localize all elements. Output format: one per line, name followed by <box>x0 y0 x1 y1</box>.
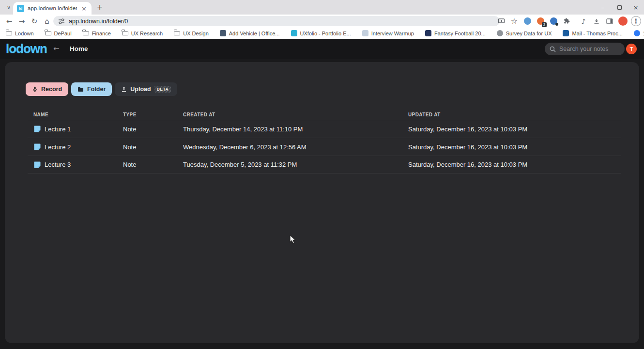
side-panel-icon[interactable] <box>605 16 614 26</box>
bookmark-item[interactable]: Finance <box>83 31 111 36</box>
beta-badge: BETA <box>154 86 171 93</box>
tab-close-icon[interactable]: × <box>80 5 88 12</box>
install-app-icon[interactable] <box>496 16 506 26</box>
bookmark-item[interactable]: DePaul <box>45 31 72 36</box>
action-button-row: Record Folder Upload BETA <box>26 82 177 96</box>
toolbar-right-cluster: ☆ 2 ♪ ⋮ <box>496 15 641 28</box>
bookmark-item[interactable]: Survey Data for UX <box>497 30 552 36</box>
bookmark-item[interactable]: 1Password for ChuJ... <box>634 30 644 36</box>
search-input[interactable]: Search your notes <box>545 43 625 55</box>
folder-icon <box>77 87 84 92</box>
page-title: Home <box>70 45 88 52</box>
office-icon <box>220 30 226 36</box>
window-controls: – × <box>595 0 644 15</box>
bookmark-label: UXfolio - Portfolio E... <box>300 31 351 36</box>
profile-avatar-icon[interactable] <box>618 16 628 26</box>
note-row[interactable]: Lecture 2 Note Wednesday, December 6, 20… <box>28 138 621 156</box>
extension-globe-icon[interactable] <box>522 16 532 26</box>
restore-icon <box>617 5 622 10</box>
profile-dot <box>618 16 628 26</box>
main-panel: Record Folder Upload BETA NAME TYPE <box>5 62 639 343</box>
app-header: lodown ← Home Search your notes T <box>0 39 644 59</box>
user-avatar[interactable]: T <box>626 44 637 54</box>
lodown-app: lodown ← Home Search your notes T Record <box>0 39 644 349</box>
folder-icon <box>83 31 89 35</box>
bookmark-item[interactable]: UX Research <box>122 31 163 36</box>
note-name: Lecture 3 <box>45 161 71 168</box>
column-header-type: TYPE <box>123 112 183 117</box>
outlook-mail-icon <box>563 30 569 36</box>
upload-button[interactable]: Upload BETA <box>115 82 177 96</box>
site-favicon: ld <box>17 5 24 12</box>
note-type: Note <box>123 143 183 151</box>
tune-icon <box>58 18 65 25</box>
bookmark-item[interactable]: Fantasy Football 20... <box>425 30 486 36</box>
column-header-name: NAME <box>33 112 123 117</box>
home-icon[interactable]: ⌂ <box>41 16 53 27</box>
record-button[interactable]: Record <box>26 82 68 96</box>
bookmarks-bar: LodownDePaulFinanceUX ResearchUX DesignA… <box>0 28 644 39</box>
extension-clock-lock-icon[interactable] <box>549 16 558 26</box>
record-label: Record <box>41 86 62 93</box>
downloads-icon[interactable] <box>592 16 601 26</box>
tab-search-button[interactable]: ∨ <box>4 2 14 12</box>
note-icon <box>33 161 41 169</box>
address-bar[interactable]: app.lodown.io/folder/0 <box>53 16 500 26</box>
bookmark-label: Finance <box>92 31 111 36</box>
bookmark-item[interactable]: Lodown <box>6 31 34 36</box>
note-updated-at: Saturday, December 16, 2023 at 10:03 PM <box>408 143 615 151</box>
restore-button[interactable] <box>611 0 628 15</box>
notes-table: NAME TYPE CREATED AT UPDATED AT Lecture … <box>28 110 621 174</box>
app-back-icon[interactable]: ← <box>53 44 60 53</box>
bookmark-item[interactable]: UXfolio - Portfolio E... <box>291 30 351 36</box>
close-button[interactable]: × <box>628 0 644 15</box>
search-placeholder: Search your notes <box>559 46 608 52</box>
minimize-button[interactable]: – <box>595 0 611 15</box>
reload-icon[interactable]: ↻ <box>28 16 41 27</box>
upload-label: Upload <box>130 86 151 93</box>
note-row[interactable]: Lecture 1 Note Thursday, December 14, 20… <box>28 120 621 138</box>
note-updated-at: Saturday, December 16, 2023 at 10:03 PM <box>408 126 615 133</box>
note-row[interactable]: Lecture 3 Note Tuesday, December 5, 2023… <box>28 156 621 174</box>
new-tab-button[interactable]: + <box>95 2 105 12</box>
extension-orange-icon[interactable]: 2 <box>536 16 545 26</box>
bookmark-item[interactable]: Add Vehicle | Office... <box>220 30 280 36</box>
bookmark-label: Mail - Thomas Proc... <box>572 31 622 36</box>
note-icon <box>33 143 41 151</box>
note-type: Note <box>123 161 183 168</box>
survey-icon <box>497 30 503 36</box>
browser-menu-icon[interactable]: ⋮ <box>631 16 641 26</box>
folder-label: Folder <box>87 86 106 93</box>
forward-icon[interactable]: → <box>15 16 28 27</box>
folder-icon <box>174 31 180 35</box>
media-controls-icon[interactable]: ♪ <box>579 16 588 26</box>
lock-icon <box>555 23 558 26</box>
column-header-created: CREATED AT <box>183 112 408 117</box>
back-icon[interactable]: ← <box>3 16 15 27</box>
tab-title: app.lodown.io/folder/0 <box>28 5 77 11</box>
url-text: app.lodown.io/folder/0 <box>69 18 128 25</box>
bookmark-item[interactable]: UX Design <box>174 31 209 36</box>
bookmark-item[interactable]: Mail - Thomas Proc... <box>563 30 622 36</box>
onepassword-icon <box>634 30 640 36</box>
bookmark-star-icon[interactable]: ☆ <box>509 16 519 26</box>
table-header-row: NAME TYPE CREATED AT UPDATED AT <box>28 110 621 120</box>
warmup-icon <box>362 30 368 36</box>
search-icon <box>550 46 556 52</box>
note-created-at: Thursday, December 14, 2023 at 11:10 PM <box>183 126 408 133</box>
extensions-puzzle-icon[interactable] <box>562 16 571 26</box>
browser-tab[interactable]: ld app.lodown.io/folder/0 × <box>13 2 92 15</box>
folder-icon <box>6 31 12 35</box>
microphone-icon <box>32 86 38 92</box>
folder-button[interactable]: Folder <box>71 82 112 96</box>
bookmark-item[interactable]: Interview Warmup <box>362 30 414 36</box>
bookmark-label: Fantasy Football 20... <box>434 31 486 36</box>
football-icon <box>425 30 431 36</box>
globe-icon <box>524 17 531 25</box>
uxfolio-icon <box>291 30 297 36</box>
toolbar-separator <box>575 18 575 25</box>
browser-tabstrip: ∨ ld app.lodown.io/folder/0 × + – × <box>0 0 644 15</box>
lodown-logo[interactable]: lodown <box>6 41 47 56</box>
mouse-cursor <box>290 235 297 245</box>
note-icon <box>33 125 41 133</box>
